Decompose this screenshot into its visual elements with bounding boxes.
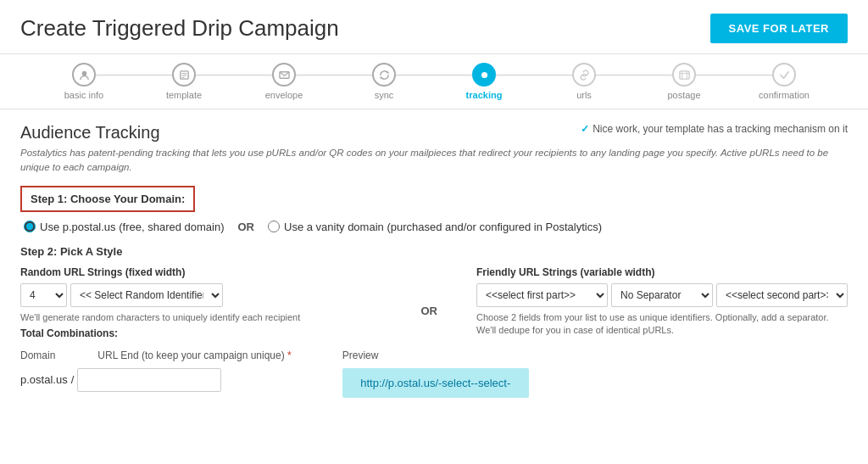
step-sync-circle bbox=[372, 63, 396, 87]
preview-col: Preview http://p.ostal.us/-select--selec… bbox=[342, 349, 529, 398]
domain-col: Domain URL End (to keep your campaign un… bbox=[20, 349, 292, 392]
first-part-select[interactable]: <<select first part>> bbox=[476, 283, 608, 307]
svg-rect-7 bbox=[679, 70, 688, 78]
step-tracking-circle bbox=[472, 63, 496, 87]
random-url-controls: 4 2 3 5 6 7 8 << Select Random Identifie… bbox=[20, 283, 382, 307]
second-part-select[interactable]: <<select second part>> bbox=[716, 283, 848, 307]
step-envelope-circle bbox=[272, 63, 296, 87]
use-postal-us-label: Use p.postal.us (free, shared domain) bbox=[40, 221, 225, 233]
domain-radio-group: Use p.postal.us (free, shared domain) OR… bbox=[24, 221, 848, 233]
svg-point-0 bbox=[81, 70, 86, 75]
page-title: Create Triggered Drip Campaign bbox=[20, 15, 339, 42]
step-urls[interactable]: urls bbox=[534, 63, 634, 100]
friendly-url-desc: Choose 2 fields from your list to use as… bbox=[476, 311, 848, 338]
step-basic-info[interactable]: basic info bbox=[34, 63, 134, 100]
save-for-later-button[interactable]: SAVE FOR LATER bbox=[710, 14, 848, 43]
step-urls-circle bbox=[572, 63, 596, 87]
page-header: Create Triggered Drip Campaign SAVE FOR … bbox=[0, 0, 868, 53]
preview-label: Preview bbox=[342, 349, 529, 361]
step-postage-circle bbox=[672, 63, 696, 87]
step-postage[interactable]: postage bbox=[634, 63, 734, 100]
url-builder: Random URL Strings (fixed width) 4 2 3 5… bbox=[20, 266, 848, 339]
random-length-select[interactable]: 4 2 3 5 6 7 8 bbox=[20, 283, 67, 307]
domain-preview-row: Domain URL End (to keep your campaign un… bbox=[20, 349, 848, 398]
friendly-url-controls: <<select first part>> No Separator Dash … bbox=[476, 283, 848, 307]
required-star: * bbox=[287, 349, 292, 361]
domain-or-text: OR bbox=[238, 221, 255, 233]
step1-box: Step 1: Choose Your Domain: bbox=[20, 186, 195, 212]
random-url-desc: We'll generate random characters to uniq… bbox=[20, 311, 382, 324]
friendly-url-title: Friendly URL Strings (variable width) bbox=[476, 266, 848, 278]
friendly-url-col: Friendly URL Strings (variable width) <<… bbox=[476, 266, 848, 338]
step-envelope-label: envelope bbox=[265, 90, 303, 100]
audience-subtitle: Postalytics has patent-pending tracking … bbox=[20, 146, 848, 176]
step-confirmation[interactable]: confirmation bbox=[734, 63, 834, 100]
tracking-check-notice: ✓ Nice work, your template has a trackin… bbox=[581, 123, 848, 135]
style-or-separator: OR bbox=[408, 305, 452, 317]
step-envelope[interactable]: envelope bbox=[234, 63, 334, 100]
random-url-col: Random URL Strings (fixed width) 4 2 3 5… bbox=[20, 266, 382, 339]
stepper: basic info template envelope sync tracki… bbox=[0, 53, 868, 109]
preview-url-box: http://p.ostal.us/-select--select- bbox=[342, 368, 529, 398]
url-end-label: URL End (to keep your campaign unique) * bbox=[97, 349, 291, 361]
step-tracking-label: tracking bbox=[466, 90, 503, 100]
total-combinations-label: Total Combinations: bbox=[20, 327, 382, 339]
use-postal-us-option[interactable]: Use p.postal.us (free, shared domain) bbox=[24, 221, 225, 233]
step-confirmation-label: confirmation bbox=[759, 90, 810, 100]
step-basic-info-circle bbox=[72, 63, 96, 87]
check-icon: ✓ bbox=[581, 123, 589, 135]
tracking-check-text: Nice work, your template has a tracking … bbox=[593, 123, 848, 135]
domain-label: Domain bbox=[20, 349, 55, 361]
audience-section-header: Audience Tracking ✓ Nice work, your temp… bbox=[20, 123, 848, 143]
domain-name-text: p.ostal.us bbox=[20, 373, 68, 386]
main-content: Audience Tracking ✓ Nice work, your temp… bbox=[0, 109, 868, 411]
step-basic-info-label: basic info bbox=[64, 90, 103, 100]
step-sync[interactable]: sync bbox=[334, 63, 434, 100]
svg-point-6 bbox=[481, 71, 487, 77]
step-confirmation-circle bbox=[772, 63, 796, 87]
url-end-input[interactable] bbox=[77, 368, 221, 392]
audience-title: Audience Tracking bbox=[20, 123, 160, 143]
domain-input-row: p.ostal.us / bbox=[20, 368, 292, 392]
step-sync-label: sync bbox=[375, 90, 394, 100]
use-vanity-domain-radio[interactable] bbox=[268, 221, 280, 232]
step-template-circle bbox=[172, 63, 196, 87]
random-url-title: Random URL Strings (fixed width) bbox=[20, 266, 382, 278]
domain-slash: / bbox=[71, 373, 75, 386]
step2-label: Step 2: Pick A Style bbox=[20, 245, 848, 258]
step-tracking[interactable]: tracking bbox=[434, 63, 534, 100]
step-urls-label: urls bbox=[576, 90, 592, 100]
use-vanity-domain-label: Use a vanity domain (purchased and/or co… bbox=[284, 221, 602, 233]
random-identifier-select[interactable]: << Select Random Identifier >> bbox=[70, 283, 223, 307]
step-template[interactable]: template bbox=[134, 63, 234, 100]
use-vanity-domain-option[interactable]: Use a vanity domain (purchased and/or co… bbox=[268, 221, 602, 233]
step1-label: Step 1: Choose Your Domain: bbox=[31, 193, 185, 205]
step-postage-label: postage bbox=[667, 90, 700, 100]
separator-select[interactable]: No Separator Dash Underscore bbox=[611, 283, 713, 307]
step-template-label: template bbox=[166, 90, 202, 100]
use-postal-us-radio[interactable] bbox=[24, 221, 36, 232]
